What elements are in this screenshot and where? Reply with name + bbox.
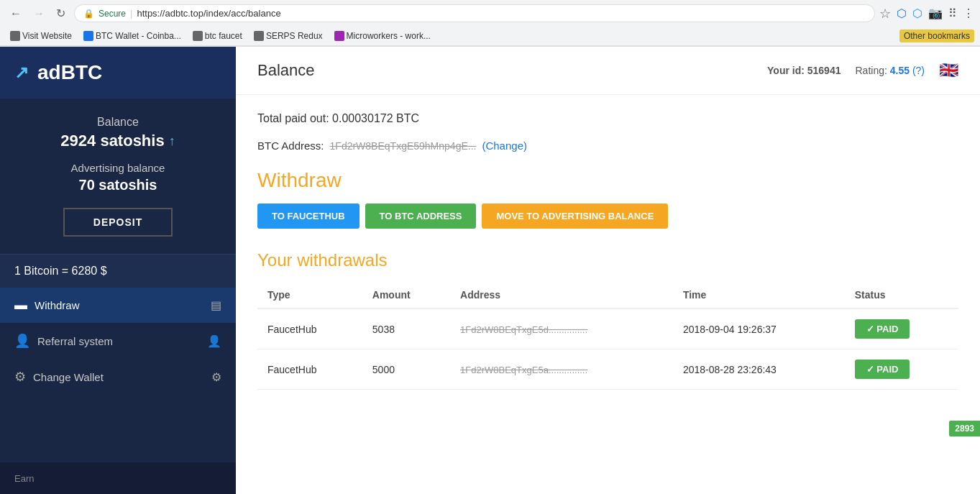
col-type: Type xyxy=(257,282,362,308)
app-layout: ↗ adBTC Balance 2924 satoshis ↑ Advertis… xyxy=(0,47,980,494)
browser-chrome: ← → ↻ 🔒 Secure | https://adbtc.top/index… xyxy=(0,0,980,47)
col-address: Address xyxy=(450,282,673,308)
table-header: Type Amount Address Time Status xyxy=(257,282,958,308)
balance-label: Balance xyxy=(14,116,221,129)
secure-label: Secure xyxy=(99,9,126,19)
your-withdrawals-title: Your withdrawals xyxy=(257,250,958,270)
bookmark-microworkers[interactable]: Microworkers - work... xyxy=(330,29,435,42)
change-address-link[interactable]: (Change) xyxy=(482,139,527,152)
apps-icon[interactable]: ⠿ xyxy=(948,6,957,20)
cell-type: FaucetHub xyxy=(257,308,362,349)
sidebar-title: adBTC xyxy=(37,61,102,84)
browser-actions: ☆ ⬡ ⬡ 📷 ⠿ ⋮ xyxy=(879,6,974,22)
withdraw-title: Withdraw xyxy=(257,169,958,192)
cell-status: ✓ PAID xyxy=(845,349,958,390)
col-time: Time xyxy=(673,282,845,308)
deposit-button[interactable]: DEPOSIT xyxy=(63,208,173,237)
nav-buttons: ← → ↻ xyxy=(6,5,70,22)
btn-to-btcaddress[interactable]: TO BTC ADDRESS xyxy=(365,203,477,229)
forward-button[interactable]: → xyxy=(29,6,49,22)
bookmark-icon-3 xyxy=(193,31,203,41)
withdraw-icon-right: ▤ xyxy=(211,298,221,312)
page-header: Balance Your id: 516941 Rating: 4.55 (?)… xyxy=(236,47,980,95)
bookmark-label-5: Microworkers - work... xyxy=(347,31,431,41)
bookmark-star-icon[interactable]: ☆ xyxy=(879,6,891,22)
address-bar: ← → ↻ 🔒 Secure | https://adbtc.top/index… xyxy=(0,0,980,27)
col-status: Status xyxy=(845,282,958,308)
bookmark-label-1: Visit Website xyxy=(22,31,72,41)
btc-address-value: 1Fd2rW8BEqTxgE59hMnp4gE... xyxy=(330,140,477,152)
status-badge: ✓ PAID xyxy=(855,360,910,379)
bookmark-label-4: SERPS Redux xyxy=(266,31,323,41)
rating-label: Rating: xyxy=(855,65,887,76)
referral-icon: 👤 xyxy=(14,333,30,349)
bookmark-serps[interactable]: SERPS Redux xyxy=(249,29,327,42)
back-button[interactable]: ← xyxy=(6,6,26,22)
withdraw-icon: ▬ xyxy=(14,298,27,313)
cell-address: 1Fd2rW8BEqTxgE5a............... xyxy=(450,349,673,390)
other-bookmarks[interactable]: Other bookmarks xyxy=(899,29,974,42)
sidebar-nav: ▬ Withdraw ▤ 👤 Referral system 👤 ⚙ Chang… xyxy=(0,288,236,462)
cell-status: ✓ PAID xyxy=(845,308,958,349)
url-bar[interactable]: 🔒 Secure | https://adbtc.top/index/acc/b… xyxy=(74,4,875,22)
refresh-button[interactable]: ↻ xyxy=(52,5,70,22)
scroll-hint: 2893 xyxy=(949,421,980,436)
bookmark-icon-1 xyxy=(10,31,20,41)
main-content: Balance Your id: 516941 Rating: 4.55 (?)… xyxy=(236,47,980,494)
cell-address: 1Fd2rW8BEqTxgE5d............... xyxy=(450,308,673,349)
btc-address-label: BTC Address: xyxy=(257,139,324,152)
sidebar: ↗ adBTC Balance 2924 satoshis ↑ Advertis… xyxy=(0,47,236,494)
total-paid-label: Total paid out: xyxy=(257,112,329,124)
logo-arrow-icon: ↗ xyxy=(14,63,29,83)
referral-icon-right: 👤 xyxy=(207,334,221,348)
more-icon[interactable]: ⋮ xyxy=(963,6,974,20)
cell-time: 2018-09-04 19:26:37 xyxy=(673,308,845,349)
flag-icon: 🇬🇧 xyxy=(939,61,958,80)
extension-icon-2[interactable]: ⬡ xyxy=(912,6,922,20)
btn-move-to-advertising[interactable]: MOVE TO ADVERTISING BALANCE xyxy=(482,203,668,229)
user-id: Your id: 516941 xyxy=(767,65,841,76)
status-badge: ✓ PAID xyxy=(855,319,910,339)
btn-to-faucethub[interactable]: TO FAUCETHUB xyxy=(257,203,360,229)
bookmarks-bar: Visit Website BTC Wallet - Coinba... btc… xyxy=(0,27,980,46)
header-right: Your id: 516941 Rating: 4.55 (?) 🇬🇧 xyxy=(767,61,958,80)
balance-value: 2924 satoshis xyxy=(60,132,164,150)
bitcoin-rate: 1 Bitcoin = 6280 $ xyxy=(0,255,236,288)
cell-type: FaucetHub xyxy=(257,349,362,390)
nav-label-referral: Referral system xyxy=(37,335,113,347)
bookmark-icon-5 xyxy=(334,31,344,41)
lock-icon: 🔒 xyxy=(83,9,94,19)
nav-item-withdraw[interactable]: ▬ Withdraw ▤ xyxy=(0,288,236,323)
extension-icon-1[interactable]: ⬡ xyxy=(897,6,907,20)
nav-label-withdraw: Withdraw xyxy=(35,299,80,311)
url-text: https://adbtc.top/index/acc/balance xyxy=(137,8,280,19)
table-row: FaucetHub 5000 1Fd2rW8BEqTxgE5a.........… xyxy=(257,349,958,390)
bookmark-icon-2 xyxy=(83,31,93,41)
user-id-value: 516941 xyxy=(807,65,841,76)
withdrawals-table: Type Amount Address Time Status FaucetHu… xyxy=(257,282,958,390)
other-bookmarks-label: Other bookmarks xyxy=(904,31,970,41)
rating: Rating: 4.55 (?) xyxy=(855,65,925,76)
page-title: Balance xyxy=(257,61,315,80)
balance-amount: 2924 satoshis ↑ xyxy=(14,132,221,150)
bookmark-btc-wallet[interactable]: BTC Wallet - Coinba... xyxy=(79,29,186,42)
extension-icon-3[interactable]: 📷 xyxy=(928,6,943,20)
sidebar-balance-section: Balance 2924 satoshis ↑ Advertising bala… xyxy=(0,99,236,255)
withdrawals-body: FaucetHub 5038 1Fd2rW8BEqTxgE5d.........… xyxy=(257,308,958,390)
cell-amount: 5000 xyxy=(362,349,450,390)
cell-time: 2018-08-28 23:26:43 xyxy=(673,349,845,390)
bookmark-visit-website[interactable]: Visit Website xyxy=(6,29,76,42)
user-id-label: Your id: xyxy=(767,65,805,76)
nav-item-change-wallet[interactable]: ⚙ Change Wallet ⚙ xyxy=(0,359,236,395)
earn-label: Earn xyxy=(14,473,34,484)
nav-item-referral[interactable]: 👤 Referral system 👤 xyxy=(0,323,236,359)
balance-up-icon: ↑ xyxy=(169,134,175,149)
rating-value: 4.55 xyxy=(890,65,910,76)
bookmark-btc-faucet[interactable]: btc faucet xyxy=(188,29,247,42)
btc-address-row: BTC Address: 1Fd2rW8BEqTxgE59hMnp4gE... … xyxy=(257,139,958,152)
bookmark-label-2: BTC Wallet - Coinba... xyxy=(96,31,181,41)
content-body: Total paid out: 0.00030172 BTC BTC Addre… xyxy=(236,95,980,407)
sidebar-header: ↗ adBTC xyxy=(0,47,236,99)
bookmark-icon-4 xyxy=(254,31,264,41)
rating-help[interactable]: (?) xyxy=(912,65,925,76)
